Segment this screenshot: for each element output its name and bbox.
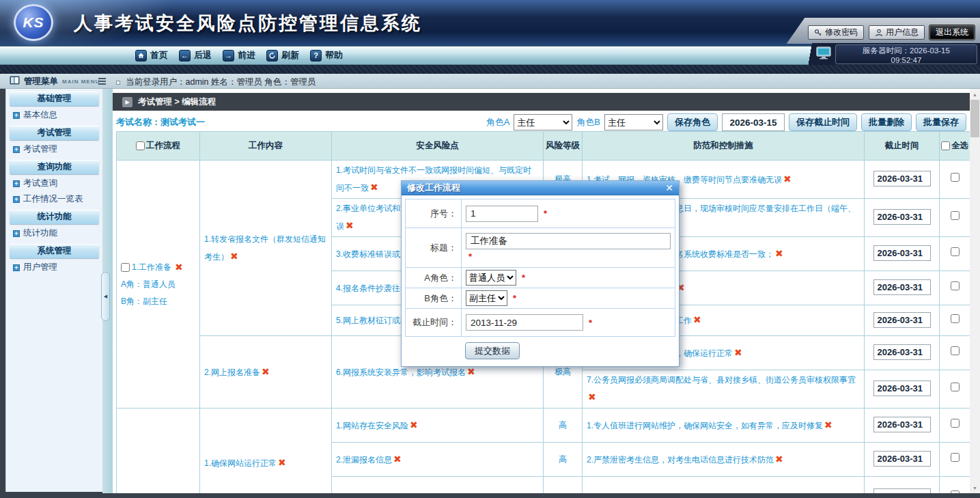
sidebar-item-exam-query[interactable]: + 考试查询 bbox=[6, 176, 102, 191]
row-deadline-input[interactable] bbox=[873, 381, 931, 396]
delete-icon[interactable]: ✖ bbox=[467, 366, 475, 377]
save-deadline-button[interactable]: 保存截止时间 bbox=[789, 113, 857, 131]
server-time: 服务器时间：2026-03-15 09:52:47 bbox=[835, 44, 977, 64]
roleB-select[interactable]: 主任 bbox=[604, 114, 663, 130]
flow-checkbox[interactable] bbox=[121, 263, 130, 272]
sidebar: 基础管理 + 基本信息 考试管理 + 考试管理 查询功能 + 考试查询 + 工作… bbox=[5, 89, 102, 492]
top-banner: KS 人事考试安全风险点防控管理信息系统 修改密码 用户信息 退出系统 bbox=[0, 0, 980, 46]
save-role-button[interactable]: 保存角色 bbox=[667, 113, 718, 131]
logout-button[interactable]: 退出系统 bbox=[929, 25, 975, 40]
dialog-deadline-input[interactable] bbox=[466, 314, 583, 331]
submit-button[interactable]: 提交数据 bbox=[465, 342, 520, 359]
sidebar-item-basic-info[interactable]: + 基本信息 bbox=[6, 107, 102, 123]
roleA-select[interactable]: 主任 bbox=[514, 114, 572, 130]
row-checkbox[interactable] bbox=[951, 314, 960, 323]
scrollbar-thumb[interactable] bbox=[970, 100, 979, 137]
flow-roleB: B角：副主任 bbox=[121, 293, 195, 310]
row-deadline-input[interactable] bbox=[873, 209, 931, 225]
row-checkbox[interactable] bbox=[951, 383, 960, 391]
app-title: 人事考试安全风险点防控管理信息系统 bbox=[74, 11, 422, 36]
row-checkbox[interactable] bbox=[951, 281, 960, 290]
sidebar-section-exam-mgmt[interactable]: 考试管理 bbox=[10, 126, 99, 140]
nav-back-label: 后退 bbox=[194, 49, 212, 61]
delete-icon[interactable]: ✖ bbox=[775, 248, 783, 259]
sidebar-section-system[interactable]: 系统管理 bbox=[10, 244, 99, 258]
nav-refresh[interactable]: 刷新 bbox=[266, 49, 299, 61]
delete-icon[interactable]: ✖ bbox=[393, 454, 402, 465]
flow-select-all-checkbox[interactable] bbox=[136, 141, 145, 150]
delete-icon[interactable]: ✖ bbox=[370, 182, 378, 193]
deadline-date-input[interactable] bbox=[722, 113, 785, 131]
seq-input[interactable] bbox=[466, 206, 538, 222]
row-deadline-input[interactable] bbox=[873, 344, 931, 360]
row-deadline-input[interactable] bbox=[873, 171, 931, 186]
delete-icon[interactable]: ✖ bbox=[693, 314, 701, 325]
col-level: 风险等级 bbox=[544, 132, 583, 161]
nav-forward-label: 前进 bbox=[238, 49, 255, 61]
scroll-up-arrow[interactable]: ▲ bbox=[970, 89, 980, 99]
delete-icon[interactable]: ✖ bbox=[588, 391, 596, 402]
deadline-cell bbox=[865, 409, 940, 443]
home-icon bbox=[135, 50, 147, 61]
row-checkbox[interactable] bbox=[951, 490, 960, 493]
select-all-checkbox[interactable] bbox=[941, 141, 950, 150]
form-row-title: 标题： * bbox=[406, 228, 675, 268]
nav-help[interactable]: ? 帮助 bbox=[310, 49, 343, 61]
batch-save-button[interactable]: 批量保存 bbox=[916, 113, 966, 131]
row-checkbox[interactable] bbox=[951, 211, 960, 220]
row-checkbox[interactable] bbox=[951, 247, 960, 256]
menu-hamburger-icon[interactable] bbox=[98, 78, 106, 86]
user-info-button[interactable]: 用户信息 bbox=[869, 25, 925, 40]
form-row-roleB: B角色： 副主任* bbox=[406, 288, 675, 309]
delete-icon[interactable]: ✖ bbox=[175, 259, 183, 276]
sidebar-item-user-mgmt[interactable]: + 用户管理 bbox=[6, 260, 102, 275]
title-input[interactable] bbox=[466, 233, 671, 249]
delete-icon[interactable]: ✖ bbox=[262, 366, 270, 377]
sidebar-item-label: 基本信息 bbox=[23, 109, 57, 121]
delete-icon[interactable]: ✖ bbox=[278, 457, 286, 468]
flow-roleA: A角：普通人员 bbox=[121, 276, 195, 293]
sidebar-section-stats[interactable]: 统计功能 bbox=[10, 210, 99, 224]
delete-icon[interactable]: ✖ bbox=[346, 220, 354, 231]
row-deadline-input[interactable] bbox=[873, 451, 931, 467]
row-deadline-input[interactable] bbox=[873, 245, 931, 261]
sidebar-section-basic-mgmt[interactable]: 基础管理 bbox=[10, 92, 99, 106]
delete-icon[interactable]: ✖ bbox=[410, 419, 418, 430]
row-select-cell bbox=[940, 199, 970, 237]
delete-icon[interactable]: ✖ bbox=[783, 174, 792, 184]
level-cell: 高 bbox=[544, 443, 583, 477]
delete-icon[interactable]: ✖ bbox=[734, 347, 742, 358]
row-checkbox[interactable] bbox=[951, 419, 960, 428]
row-checkbox[interactable] bbox=[951, 173, 960, 182]
scroll-down-arrow[interactable]: ▼ bbox=[970, 483, 980, 493]
row-checkbox[interactable] bbox=[951, 346, 960, 355]
delete-icon[interactable]: ✖ bbox=[775, 454, 783, 465]
dialog-roleB-select[interactable]: 副主任 bbox=[466, 290, 507, 306]
delete-icon[interactable]: ✖ bbox=[824, 419, 832, 430]
delete-icon[interactable]: ✖ bbox=[775, 491, 783, 494]
row-checkbox[interactable] bbox=[951, 453, 960, 462]
close-icon[interactable]: ✕ bbox=[665, 182, 673, 193]
row-deadline-input[interactable] bbox=[873, 417, 931, 432]
vertical-scrollbar: ▲ ▼ bbox=[970, 89, 980, 493]
sidebar-section-query[interactable]: 查询功能 bbox=[10, 160, 99, 174]
sidebar-item-work-overview[interactable]: + 工作情况一览表 bbox=[6, 191, 102, 207]
nav-forward[interactable]: → 前进 bbox=[223, 49, 255, 61]
col-risk: 安全风险点 bbox=[332, 132, 544, 161]
row-deadline-input[interactable] bbox=[873, 279, 931, 295]
row-deadline-input[interactable] bbox=[873, 488, 931, 493]
nav-back[interactable]: ← 后退 bbox=[179, 49, 212, 61]
change-password-button[interactable]: 修改密码 bbox=[808, 25, 864, 40]
measure-cell: 2.严禁泄密考生信息，对考生电话信息进行技术防范✖ bbox=[583, 443, 865, 477]
batch-delete-button[interactable]: 批量删除 bbox=[861, 113, 912, 131]
row-select-cell bbox=[940, 336, 970, 370]
level-cell: 高 bbox=[544, 409, 583, 443]
nav-home[interactable]: 首页 bbox=[135, 49, 168, 61]
sidebar-item-exam-mgmt[interactable]: + 考试管理 bbox=[6, 141, 102, 157]
row-deadline-input[interactable] bbox=[873, 312, 931, 328]
delete-icon[interactable]: ✖ bbox=[230, 251, 238, 262]
sidebar-collapse-handle[interactable]: ◀ bbox=[101, 272, 110, 321]
dialog-roleA-select[interactable]: 普通人员 bbox=[466, 270, 516, 286]
sidebar-item-stats[interactable]: + 统计功能 bbox=[6, 225, 102, 241]
row-select-cell bbox=[940, 443, 970, 477]
